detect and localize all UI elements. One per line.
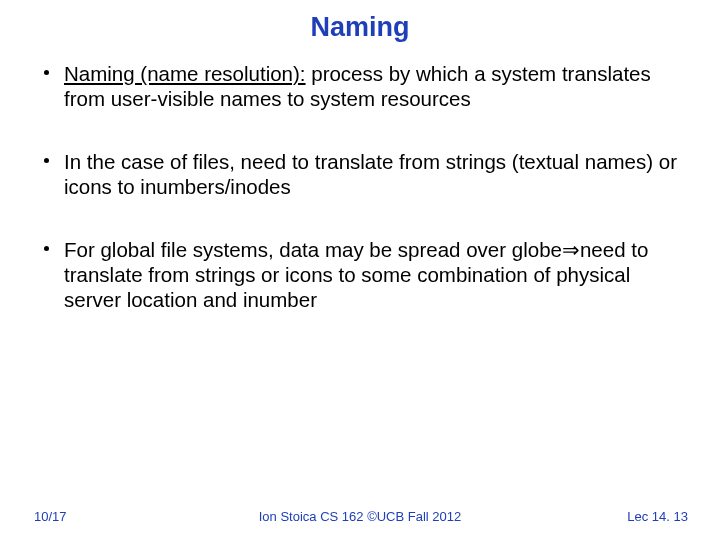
bullet-item: In the case of files, need to translate … bbox=[44, 149, 692, 199]
slide-footer: 10/17 Ion Stoica CS 162 ©UCB Fall 2012 L… bbox=[0, 509, 720, 524]
bullet-text-a: For global file systems, data may be spr… bbox=[64, 238, 562, 261]
slide-title: Naming bbox=[0, 12, 720, 43]
bullet-dot-icon bbox=[44, 158, 49, 163]
footer-attribution: Ion Stoica CS 162 ©UCB Fall 2012 bbox=[0, 509, 720, 524]
slide: Naming Naming (name resolution): process… bbox=[0, 0, 720, 540]
bullet-text: In the case of files, need to translate … bbox=[64, 150, 677, 198]
bullet-item: For global file systems, data may be spr… bbox=[44, 237, 692, 312]
arrow-icon: ⇒ bbox=[562, 238, 580, 261]
bullet-item: Naming (name resolution): process by whi… bbox=[44, 61, 692, 111]
bullet-dot-icon bbox=[44, 246, 49, 251]
bullet-dot-icon bbox=[44, 70, 49, 75]
slide-body: Naming (name resolution): process by whi… bbox=[0, 61, 720, 312]
bullet-lead: Naming (name resolution): bbox=[64, 62, 306, 85]
